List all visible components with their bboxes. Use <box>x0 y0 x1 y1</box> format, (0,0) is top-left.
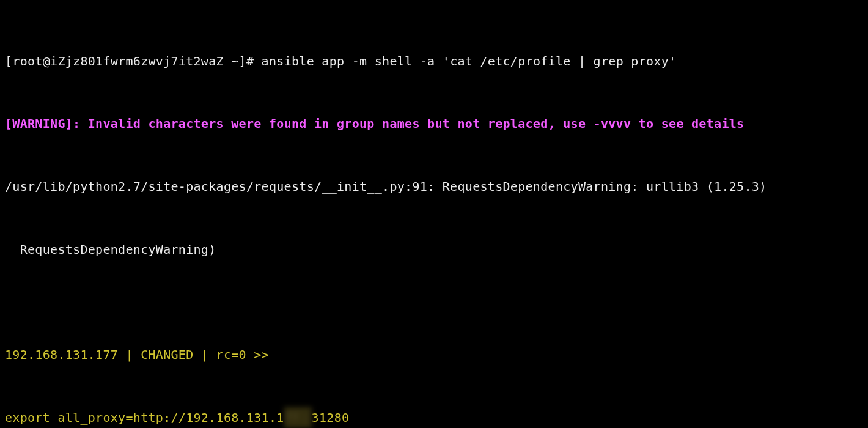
output-line: export all_proxy=http://192.168.131.177：… <box>5 407 863 428</box>
dependency-warning-2: RequestsDependencyWarning) <box>5 239 863 260</box>
shell-prompt: [root@iZjz801fwrm6zwvj7it2waZ ~]# <box>5 54 262 68</box>
host-header: 192.168.131.177 | CHANGED | rc=0 >> <box>5 344 863 365</box>
prompt-line-1: [root@iZjz801fwrm6zwvj7it2waZ ~]# ansibl… <box>5 51 863 72</box>
dependency-warning-1: /usr/lib/python2.7/site-packages/request… <box>5 176 863 197</box>
warning-line: [WARNING]: Invalid characters were found… <box>5 113 863 134</box>
redacted-ip: 77： <box>284 407 312 428</box>
command-text: ansible app -m shell -a 'cat /etc/profil… <box>262 54 677 68</box>
terminal[interactable]: [root@iZjz801fwrm6zwvj7it2waZ ~]# ansibl… <box>0 0 868 428</box>
